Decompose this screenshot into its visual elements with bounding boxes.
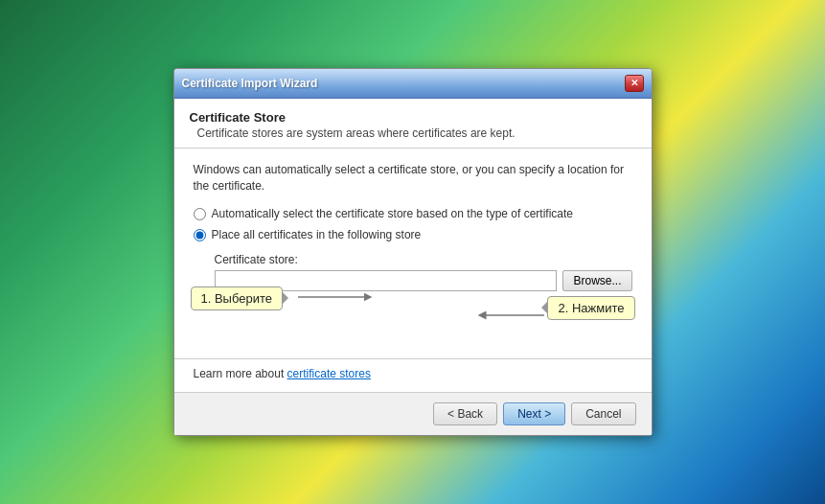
title-bar: Certificate Import Wizard ✕ bbox=[174, 69, 652, 99]
cancel-button[interactable]: Cancel bbox=[571, 402, 635, 425]
learn-more-text: Learn more about bbox=[194, 367, 287, 380]
next-button[interactable]: Next > bbox=[503, 402, 565, 425]
learn-more-section: Learn more about certificate stores bbox=[174, 358, 652, 392]
radio-manual-input[interactable] bbox=[194, 229, 206, 241]
certificate-import-wizard-dialog: Certificate Import Wizard ✕ Certificate … bbox=[173, 68, 653, 437]
dialog-content: Certificate Store Certificate stores are… bbox=[174, 99, 652, 393]
radio-auto[interactable]: Automatically select the certificate sto… bbox=[194, 207, 632, 220]
annotation-select: 1. Выберите bbox=[191, 286, 284, 310]
radio-group: Automatically select the certificate sto… bbox=[194, 207, 632, 241]
page-wrapper: 1. Выберите 2. Нажмите Certificate Impor… bbox=[173, 68, 653, 437]
close-button[interactable]: ✕ bbox=[625, 75, 644, 92]
section-title: Certificate Store bbox=[190, 110, 636, 125]
radio-auto-label: Automatically select the certificate sto… bbox=[212, 207, 574, 220]
radio-manual-label: Place all certificates in the following … bbox=[212, 228, 422, 241]
intro-text: Windows can automatically select a certi… bbox=[194, 162, 632, 195]
dialog-title: Certificate Import Wizard bbox=[182, 77, 318, 90]
cert-store-label: Certificate store: bbox=[215, 253, 632, 266]
radio-manual[interactable]: Place all certificates in the following … bbox=[194, 228, 632, 241]
certificate-stores-link[interactable]: certificate stores bbox=[287, 367, 371, 380]
main-content: Windows can automatically select a certi… bbox=[174, 149, 652, 359]
radio-auto-input[interactable] bbox=[194, 208, 206, 220]
back-button[interactable]: < Back bbox=[433, 402, 497, 425]
section-description: Certificate stores are system areas wher… bbox=[197, 126, 636, 140]
browse-button[interactable]: Browse... bbox=[562, 270, 631, 291]
annotation-click: 2. Нажмите bbox=[547, 296, 634, 320]
section-header: Certificate Store Certificate stores are… bbox=[174, 99, 652, 149]
dialog-footer: < Back Next > Cancel bbox=[174, 392, 652, 435]
